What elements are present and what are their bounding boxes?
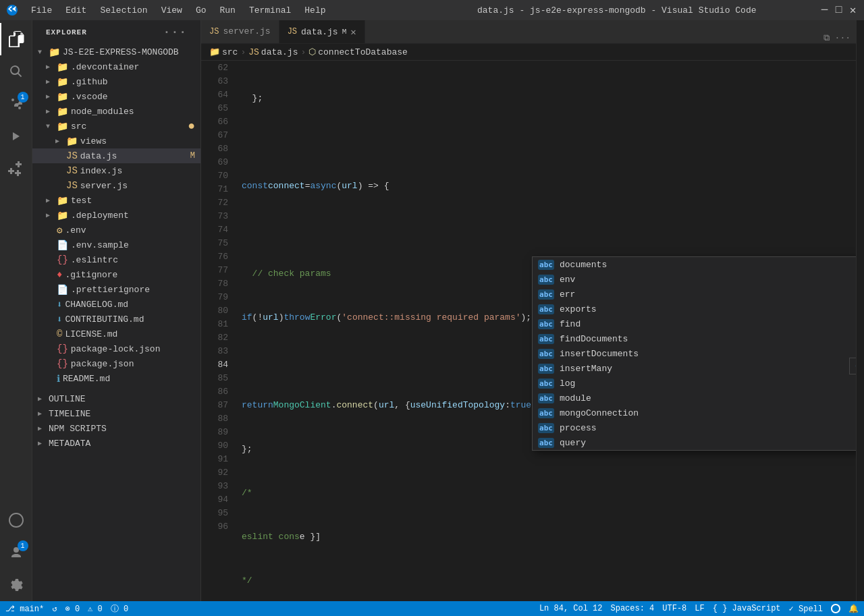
status-spaces[interactable]: Spaces: 4 <box>611 604 655 613</box>
sidebar-item-gitignore[interactable]: ▶ ♦ .gitignore <box>32 267 200 282</box>
maximize-button[interactable]: □ <box>834 6 843 15</box>
ac-item-documents[interactable]: abc documents <box>533 257 856 272</box>
sidebar-item-server-js[interactable]: ▶ JS server.js <box>32 178 200 193</box>
tab-data-js[interactable]: JS data.js M ✕ <box>279 20 365 43</box>
sidebar-item-eslintrc[interactable]: ▶ {} .eslintrc <box>32 252 200 267</box>
status-branch[interactable]: ⎇ main* <box>5 604 44 614</box>
status-warnings[interactable]: ⚠ 0 <box>88 604 103 614</box>
ac-item-exports[interactable]: abc exports <box>533 302 856 316</box>
menu-edit[interactable]: Edit <box>60 4 92 17</box>
gitignore-icon: ♦ <box>57 269 62 280</box>
source-control-activity-icon[interactable]: 1 <box>0 88 32 120</box>
data-js-close-button[interactable]: ✕ <box>350 26 356 38</box>
metadata-arrow: ▶ <box>38 439 49 447</box>
ln-73: 73 <box>201 209 228 223</box>
sidebar-item-readme[interactable]: ▶ ℹ README.md <box>32 371 200 386</box>
breadcrumb-file[interactable]: JSdata.js <box>248 47 298 57</box>
main-layout: 1 1 <box>0 20 864 601</box>
extensions-activity-icon[interactable] <box>0 152 32 185</box>
sidebar-item-src[interactable]: ▼ 📁 src ● <box>32 119 200 134</box>
more-tabs-icon[interactable]: ··· <box>835 33 850 43</box>
status-encoding[interactable]: UTF-8 <box>662 604 686 613</box>
ac-item-log[interactable]: abc log <box>533 376 856 391</box>
status-info[interactable]: ⓘ 0 <box>111 603 128 615</box>
search-activity-icon[interactable] <box>0 55 32 88</box>
ac-item-findDocuments[interactable]: abc findDocuments <box>533 331 856 346</box>
status-sync[interactable]: ↺ <box>52 604 57 614</box>
ln-91: 91 <box>201 452 228 466</box>
ac-item-find[interactable]: abc find <box>533 316 856 331</box>
account-activity-icon[interactable]: 1 <box>0 536 32 569</box>
sidebar-menu-button[interactable]: ··· <box>163 26 187 39</box>
sidebar-outline[interactable]: ▶ OUTLINE <box>32 391 200 406</box>
status-notifications[interactable]: 🔔 <box>848 604 859 614</box>
sidebar-item-package-json[interactable]: ▶ {} package.json <box>32 356 200 371</box>
prettierignore-icon: 📄 <box>57 284 68 296</box>
status-remote[interactable] <box>831 604 840 613</box>
sidebar-root[interactable]: ▼ 📁 JS-E2E-EXPRESS-MONGODB <box>32 45 200 59</box>
sidebar-item-index-js[interactable]: ▶ JS index.js <box>32 163 200 178</box>
sidebar-item-changelog[interactable]: ▶ ⬇ CHANGELOG.md <box>32 297 200 312</box>
package-lock-icon: {} <box>57 343 68 354</box>
sidebar-npm-scripts[interactable]: ▶ NPM SCRIPTS <box>32 421 200 436</box>
ac-item-insertDocuments[interactable]: abc insertDocuments <box>533 346 856 361</box>
ac-label-env: env <box>560 275 575 285</box>
ac-item-env[interactable]: abc env <box>533 272 856 287</box>
status-language[interactable]: { } JavaScript <box>713 604 781 613</box>
breadcrumb-src[interactable]: 📁src <box>209 47 238 57</box>
sidebar-item-package-lock[interactable]: ▶ {} package-lock.json <box>32 341 200 356</box>
menu-file[interactable]: File <box>26 4 57 17</box>
status-spell[interactable]: ✓ Spell <box>789 604 823 614</box>
explorer-activity-icon[interactable] <box>0 23 32 55</box>
menu-selection[interactable]: Selection <box>94 4 153 17</box>
sidebar-item-vscode[interactable]: ▶ 📁 .vscode <box>32 89 200 104</box>
status-line-col[interactable]: Ln 84, Col 12 <box>539 604 603 613</box>
ac-item-module[interactable]: abc module <box>533 391 856 405</box>
sidebar-item-env[interactable]: ▶ ⚙ .env <box>32 223 200 237</box>
github-label: .github <box>71 77 108 87</box>
ac-item-process[interactable]: abc process <box>533 420 856 435</box>
ac-item-query[interactable]: abc query <box>533 435 856 450</box>
sidebar-item-github[interactable]: ▶ 📁 .github <box>32 74 200 89</box>
deployment-arrow: ▶ <box>46 211 57 219</box>
sidebar-metadata[interactable]: ▶ METADATA <box>32 436 200 451</box>
status-errors[interactable]: ⊗ 0 <box>65 604 80 614</box>
ln-84: 84 <box>201 358 228 371</box>
minimize-button[interactable]: ─ <box>820 6 829 15</box>
status-line-ending[interactable]: LF <box>695 604 704 613</box>
sidebar-item-license[interactable]: ▶ © LICENSE.md <box>32 327 200 341</box>
breadcrumb-function[interactable]: ⬡connectToDatabase <box>308 47 408 57</box>
split-editor-icon[interactable]: ⧉ <box>824 33 830 43</box>
sidebar-item-data-js[interactable]: ▶ JS data.js M <box>32 148 200 163</box>
github-folder-icon: 📁 <box>57 76 68 88</box>
ln-74: 74 <box>201 223 228 236</box>
sidebar-item-views[interactable]: ▶ 📁 views <box>32 134 200 148</box>
tab-server-js[interactable]: JS server.js <box>201 20 279 43</box>
close-button[interactable]: ✕ <box>848 6 857 15</box>
sidebar-item-env-sample[interactable]: ▶ 📄 .env.sample <box>32 237 200 252</box>
menu-help[interactable]: Help <box>299 4 331 17</box>
ln-90: 90 <box>201 439 228 452</box>
ac-icon-module: abc <box>538 393 554 403</box>
ac-item-insertMany[interactable]: abc insertMany <box>533 361 856 376</box>
sidebar-timeline[interactable]: ▶ TIMELINE <box>32 406 200 421</box>
menu-view[interactable]: View <box>156 4 188 17</box>
sidebar-item-devcontainer[interactable]: ▶ 📁 .devcontainer <box>32 59 200 74</box>
sidebar-item-deployment[interactable]: ▶ 📁 .deployment <box>32 208 200 223</box>
sidebar-item-contributing[interactable]: ▶ ⬇ CONTRIBUTING.md <box>32 312 200 327</box>
menu-terminal[interactable]: Terminal <box>244 4 296 17</box>
remote-activity-icon[interactable] <box>0 504 32 536</box>
ac-item-mongoConnection[interactable]: abc mongoConnection <box>533 405 856 420</box>
sidebar-item-node-modules[interactable]: ▶ 📁 node_modules <box>32 104 200 119</box>
ac-icon-documents: abc <box>538 260 554 270</box>
metadata-label: METADATA <box>49 439 90 449</box>
menu-go[interactable]: Go <box>190 4 212 17</box>
sidebar-item-test[interactable]: ▶ 📁 test <box>32 193 200 208</box>
ac-icon-mongoConnection: abc <box>538 408 554 418</box>
menu-run[interactable]: Run <box>214 4 240 17</box>
sidebar-item-prettierignore[interactable]: ▶ 📄 .prettierignore <box>32 282 200 297</box>
ac-item-err[interactable]: abc err <box>533 287 856 302</box>
settings-activity-icon[interactable] <box>0 569 32 601</box>
run-activity-icon[interactable] <box>0 120 32 152</box>
code-line-71: /* <box>242 486 856 499</box>
